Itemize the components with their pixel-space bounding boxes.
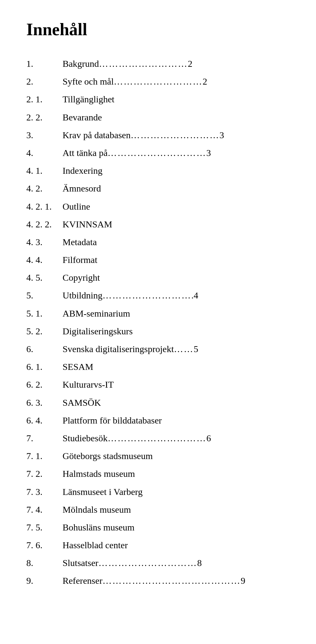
list-item: 7. 2.Halmstads museum [26, 465, 290, 483]
toc-number: 7. 4. [26, 501, 63, 519]
toc-number: 2. 1. [26, 90, 63, 108]
toc-label: SESAM [63, 358, 290, 376]
toc-table: 1.Bakgrund………………………22.Syfte och mål……………… [26, 55, 290, 590]
toc-label: Bakgrund………………………2 [63, 55, 290, 73]
list-item: 4.Att tänka på…………………………3 [26, 144, 290, 162]
list-item: 7. 3.Länsmuseet i Varberg [26, 483, 290, 501]
toc-label: Länsmuseet i Varberg [63, 483, 290, 501]
toc-number: 7. [26, 429, 63, 447]
toc-label: SAMSÖK [63, 394, 290, 412]
list-item: 3.Krav på databasen………………………3 [26, 126, 290, 144]
toc-number: 4. 2. 2. [26, 216, 63, 233]
toc-label: Krav på databasen………………………3 [63, 126, 290, 144]
list-item: 6. 4.Plattform för bilddatabaser [26, 412, 290, 429]
toc-number: 9. [26, 572, 63, 590]
toc-number: 4. 2. [26, 180, 63, 197]
toc-number: 6. [26, 340, 63, 358]
toc-label: Utbildning……………………….4 [63, 287, 290, 304]
toc-number: 2. 2. [26, 109, 63, 126]
toc-number: 7. 5. [26, 519, 63, 536]
list-item: 7.Studiebesök…………………………6 [26, 429, 290, 447]
toc-number: 6. 4. [26, 412, 63, 429]
toc-number: 7. 2. [26, 465, 63, 483]
toc-number: 5. 2. [26, 322, 63, 340]
toc-number: 4. 1. [26, 162, 63, 180]
list-item: 4. 5.Copyright [26, 269, 290, 287]
toc-number: 6. 3. [26, 394, 63, 412]
toc-label: Slutsatser…………………………8 [63, 554, 290, 572]
toc-label: Filformat [63, 251, 290, 269]
toc-label: Svenska digitaliseringsprojekt……5 [63, 340, 290, 358]
list-item: 6. 1.SESAM [26, 358, 290, 376]
toc-label: Outline [63, 198, 290, 216]
list-item: 4. 3.Metadata [26, 233, 290, 251]
toc-number: 4. 3. [26, 233, 63, 251]
toc-label: Bevarande [63, 109, 290, 126]
toc-number: 2. [26, 73, 63, 90]
toc-label: ABM-seminarium [63, 305, 290, 322]
toc-label: Digitaliseringskurs [63, 322, 290, 340]
toc-number: 6. 1. [26, 358, 63, 376]
toc-number: 1. [26, 55, 63, 73]
toc-label: Bohusläns museum [63, 519, 290, 536]
list-item: 6.Svenska digitaliseringsprojekt……5 [26, 340, 290, 358]
toc-number: 7. 1. [26, 447, 63, 465]
toc-label: Göteborgs stadsmuseum [63, 447, 290, 465]
toc-label: Att tänka på…………………………3 [63, 144, 290, 162]
list-item: 4. 2.Ämnesord [26, 180, 290, 197]
list-item: 7. 5.Bohusläns museum [26, 519, 290, 536]
list-item: 5.Utbildning……………………….4 [26, 287, 290, 304]
toc-number: 6. 2. [26, 376, 63, 394]
list-item: 4. 1.Indexering [26, 162, 290, 180]
toc-number: 5. 1. [26, 305, 63, 322]
toc-label: Indexering [63, 162, 290, 180]
toc-number: 4. 4. [26, 251, 63, 269]
toc-number: 4. [26, 144, 63, 162]
toc-number: 5. [26, 287, 63, 304]
toc-label: Metadata [63, 233, 290, 251]
list-item: 7. 4.Mölndals museum [26, 501, 290, 519]
toc-label: KVINNSAM [63, 216, 290, 233]
toc-label: Plattform för bilddatabaser [63, 412, 290, 429]
toc-label: Studiebesök…………………………6 [63, 429, 290, 447]
list-item: 5. 1.ABM-seminarium [26, 305, 290, 322]
list-item: 7. 1.Göteborgs stadsmuseum [26, 447, 290, 465]
toc-number: 4. 5. [26, 269, 63, 287]
list-item: 2. 2.Bevarande [26, 109, 290, 126]
list-item: 4. 2. 2.KVINNSAM [26, 216, 290, 233]
list-item: 7. 6.Hasselblad center [26, 536, 290, 554]
toc-label: Kulturarvs-IT [63, 376, 290, 394]
list-item: 4. 2. 1.Outline [26, 198, 290, 216]
toc-label: Tillgänglighet [63, 90, 290, 108]
toc-number: 7. 3. [26, 483, 63, 501]
toc-label: Mölndals museum [63, 501, 290, 519]
list-item: 5. 2.Digitaliseringskurs [26, 322, 290, 340]
list-item: 4. 4.Filformat [26, 251, 290, 269]
toc-number: 7. 6. [26, 536, 63, 554]
toc-label: Ämnesord [63, 180, 290, 197]
list-item: 2.Syfte och mål………………………2 [26, 73, 290, 90]
toc-label: Syfte och mål………………………2 [63, 73, 290, 90]
list-item: 9.Referenser……………………………………9 [26, 572, 290, 590]
toc-label: Hasselblad center [63, 536, 290, 554]
toc-number: 4. 2. 1. [26, 198, 63, 216]
list-item: 2. 1.Tillgänglighet [26, 90, 290, 108]
toc-label: Referenser……………………………………9 [63, 572, 290, 590]
toc-label: Halmstads museum [63, 465, 290, 483]
list-item: 1.Bakgrund………………………2 [26, 55, 290, 73]
list-item: 6. 3.SAMSÖK [26, 394, 290, 412]
list-item: 8.Slutsatser…………………………8 [26, 554, 290, 572]
page-title: Innehåll [26, 20, 290, 39]
toc-label: Copyright [63, 269, 290, 287]
toc-number: 8. [26, 554, 63, 572]
list-item: 6. 2.Kulturarvs-IT [26, 376, 290, 394]
toc-number: 3. [26, 126, 63, 144]
